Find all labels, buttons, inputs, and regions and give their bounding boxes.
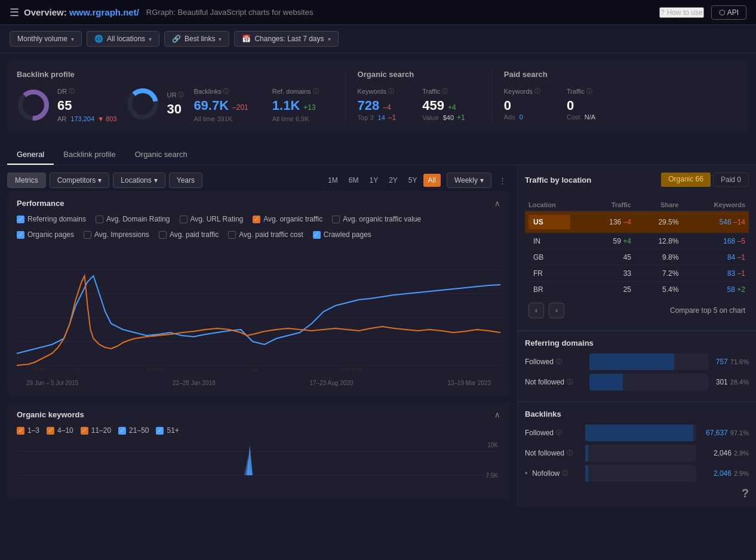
links-filter[interactable]: 🔗 Best links ▾ [164, 31, 229, 47]
share-gb: 9.8% [635, 250, 682, 266]
years-label: Years [177, 176, 195, 184]
locations-filter[interactable]: 🌐 All locations ▾ [87, 31, 159, 47]
svg-text:© ©©: © ©© [35, 367, 47, 373]
paid-traffic-info-icon[interactable]: ⓘ [586, 87, 592, 96]
dr-label: DR ⓘ [57, 87, 116, 96]
right-panel: Traffic by location Organic 66 Paid 0 Lo… [517, 165, 756, 507]
cb-avg-organic-traffic-value[interactable]: Avg. organic traffic value [332, 215, 421, 223]
collapse-icon[interactable]: ∧ [494, 410, 500, 419]
organic-keywords-header: Organic keywords ∧ [17, 410, 500, 419]
range-51plus[interactable]: ✓ 51+ [156, 426, 179, 435]
range-4-10[interactable]: ✓ 4–10 [47, 426, 73, 435]
backlink-followed-bar-fill [585, 424, 693, 441]
dr-value: 65 [57, 98, 116, 113]
backlink-followed-info-icon[interactable]: ⓘ [556, 429, 562, 437]
backlink-followed-bar [585, 424, 696, 441]
svg-text:©: © [76, 367, 79, 373]
organic-kw-info-icon[interactable]: ⓘ [388, 87, 394, 96]
api-button[interactable]: ⬡ API [711, 5, 746, 20]
table-row: BR 25 5.4% 58 +2 [525, 282, 749, 298]
tab-organic-search[interactable]: Organic search [125, 145, 197, 165]
ur-label: UR ⓘ [167, 91, 184, 99]
tab-general[interactable]: General [7, 145, 54, 165]
traffic-in: 59 +4 [585, 233, 635, 250]
period-all[interactable]: All [423, 174, 441, 187]
backlinks-info-icon[interactable]: ⓘ [223, 87, 229, 96]
traffic-tab-organic[interactable]: Organic 66 [661, 173, 711, 187]
backlinks-right-title: Backlinks [525, 410, 749, 419]
notfollowed-info-icon[interactable]: ⓘ [567, 378, 573, 386]
organic-keywords-title: Organic keywords [17, 410, 84, 419]
cb-avg-paid-traffic-cost[interactable]: Avg. paid traffic cost [228, 230, 303, 239]
next-page-button[interactable]: › [549, 303, 564, 318]
ref-domains-info-icon[interactable]: ⓘ [313, 87, 319, 96]
cb-organic-pages[interactable]: ✓ Organic pages [17, 230, 74, 239]
referring-domains-right-title: Referring domains [525, 339, 749, 347]
metrics-btn[interactable]: Metrics [7, 173, 46, 188]
loc-in: IN [525, 233, 585, 250]
backlinks-value: 69.7K [193, 98, 229, 113]
ref-notfollowed-row: Not followed ⓘ 301 28.4% [525, 374, 749, 390]
competitors-btn[interactable]: Competitors ▾ [50, 173, 110, 188]
period-6m[interactable]: 6M [344, 174, 364, 187]
paid-keywords-label: Keywords ⓘ [504, 87, 540, 96]
dr-info-icon[interactable]: ⓘ [69, 87, 75, 96]
ur-info-icon[interactable]: ⓘ [178, 91, 184, 99]
prev-page-button[interactable]: ‹ [528, 303, 544, 318]
x-label-2: 22–28 Jan 2018 [173, 380, 216, 386]
range-1-3[interactable]: ✓ 1–3 [17, 426, 39, 435]
period-5y[interactable]: 5Y [404, 174, 422, 187]
site-link[interactable]: www.rgraph.net/ [69, 7, 139, 17]
cb-avg-impressions[interactable]: Avg. Impressions [84, 230, 149, 239]
ref-domains-label: Ref. domains ⓘ [272, 87, 319, 96]
kw-in: 168 –5 [682, 233, 749, 250]
changes-label: Changes: Last 7 days [254, 35, 324, 43]
backlinks-change: –201 [232, 103, 248, 112]
cb-referring-domains[interactable]: ✓ Referring domains [17, 215, 86, 223]
loc-gb: GB [525, 250, 585, 266]
traffic-by-location-title: Traffic by location [525, 176, 591, 184]
followed-info-icon[interactable]: ⓘ [556, 358, 562, 366]
cb-avg-url-rating[interactable]: Avg. URL Rating [180, 215, 244, 223]
compare-text: Compare top 5 on chart [670, 306, 745, 315]
col-location: Location [525, 199, 585, 211]
ur-value: 30 [167, 101, 184, 117]
more-options-icon[interactable]: ⋮ [495, 174, 510, 187]
cb-crawled-pages[interactable]: ✓ Crawled pages [313, 230, 371, 239]
changes-filter[interactable]: 📅 Changes: Last 7 days ▾ [234, 31, 338, 47]
years-btn[interactable]: Years [169, 173, 202, 188]
cb-icon: ✓ [17, 427, 24, 435]
locations-btn[interactable]: Locations ▾ [113, 173, 165, 188]
chevron-down-icon: ▾ [71, 36, 74, 42]
period-1y[interactable]: 1Y [364, 174, 383, 187]
paid-search-group: Paid search Keywords ⓘ 0 Ads 0 [504, 70, 610, 121]
collapse-icon[interactable]: ∧ [494, 199, 500, 208]
table-row: IN 59 +4 12.8% 168 –5 [525, 233, 749, 250]
traffic-tab-paid[interactable]: Paid 0 [713, 173, 749, 187]
period-1m[interactable]: 1M [323, 174, 343, 187]
paid-traffic-label: Traffic ⓘ [567, 87, 595, 96]
table-row: GB 45 9.8% 84 –1 [525, 250, 749, 266]
backlink-nofollow-info-icon[interactable]: ⓘ [562, 469, 568, 478]
menu-icon[interactable]: ☰ [10, 6, 19, 19]
kw-us: 546 –14 [682, 211, 749, 233]
help-button[interactable]: ? How to use [659, 7, 704, 18]
paid-kw-info-icon[interactable]: ⓘ [534, 87, 540, 96]
organic-traffic-info-icon[interactable]: ⓘ [442, 87, 448, 96]
ref-followed-value: 757 71.6% [713, 358, 749, 366]
table-nav-arrows: ‹ › [528, 303, 564, 318]
range-11-20[interactable]: ✓ 11–20 [81, 426, 111, 435]
loc-fr: FR [525, 266, 585, 282]
weekly-btn[interactable]: Weekly ▾ [447, 173, 491, 188]
table-row: US 136 –4 29.5% 546 –14 [525, 211, 749, 233]
cb-avg-paid-traffic[interactable]: Avg. paid traffic [159, 230, 219, 239]
tab-backlink-profile[interactable]: Backlink profile [54, 145, 125, 165]
share-us: 29.5% [635, 211, 682, 233]
backlink-notfollowed-info-icon[interactable]: ⓘ [567, 449, 573, 457]
cb-avg-domain-rating[interactable]: Avg. Domain Rating [96, 215, 170, 223]
range-21-50[interactable]: ✓ 21–50 [118, 426, 149, 435]
cb-avg-organic-traffic[interactable]: ✓ Avg. organic traffic [253, 215, 322, 223]
api-icon: ⬡ [719, 8, 725, 17]
period-2y[interactable]: 2Y [384, 174, 402, 187]
volume-filter[interactable]: Monthly volume ▾ [10, 31, 82, 47]
